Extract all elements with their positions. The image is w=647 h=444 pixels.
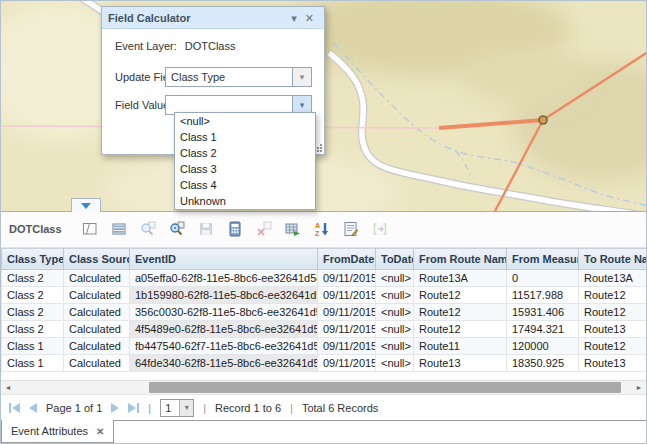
cell-from-route[interactable]: Route12 <box>414 320 507 337</box>
delete-selected-icon[interactable] <box>256 221 273 238</box>
cell-from-route[interactable]: Route12 <box>414 303 507 320</box>
cell-to-route[interactable]: Route13 <box>579 320 647 337</box>
cell-to-date[interactable]: <null> <box>376 269 414 286</box>
cell-from-route[interactable]: Route13A <box>414 269 507 286</box>
table-row[interactable]: Class 2 Calculated a05effa0-62f8-11e5-8b… <box>2 269 647 286</box>
cell-class-source[interactable]: Calculated <box>64 286 130 303</box>
cell-class-source[interactable]: Calculated <box>64 269 130 286</box>
append-records-icon[interactable] <box>285 221 302 238</box>
pan-to-selected-icon[interactable] <box>169 221 186 238</box>
cell-class-type[interactable]: Class 2 <box>2 320 64 337</box>
cell-from-date[interactable]: 09/11/2015 <box>318 303 376 320</box>
cell-to-date[interactable]: <null> <box>376 337 414 354</box>
cell-to-route[interactable]: Route13 <box>579 354 647 371</box>
cell-class-type[interactable]: Class 2 <box>2 303 64 320</box>
previous-page-button[interactable] <box>29 403 37 413</box>
cell-class-source[interactable]: Calculated <box>64 354 130 371</box>
next-page-button[interactable] <box>111 403 119 413</box>
page-select-caret-icon[interactable]: ▾ <box>179 400 193 416</box>
cell-from-measure[interactable]: 11517.988 <box>507 286 579 303</box>
cell-class-type[interactable]: Class 1 <box>2 337 64 354</box>
cell-from-date[interactable]: 09/11/2015 <box>318 320 376 337</box>
cell-class-type[interactable]: Class 2 <box>2 269 64 286</box>
cell-from-measure[interactable]: 18350.925 <box>507 354 579 371</box>
dropdown-option[interactable]: Unknown <box>175 193 315 209</box>
dropdown-option[interactable]: Class 1 <box>175 129 315 145</box>
first-page-button[interactable] <box>9 403 20 413</box>
horizontal-scrollbar[interactable]: ◄ ► <box>1 380 646 395</box>
sort-records-icon[interactable]: AZ <box>314 221 331 238</box>
column-header[interactable]: Class Source <box>64 248 130 269</box>
separator: | <box>290 402 293 414</box>
tab-close-icon[interactable]: ✕ <box>96 426 104 437</box>
column-header[interactable]: FromDate <box>318 248 376 269</box>
table-row[interactable]: Class 2 Calculated 1b159980-62f8-11e5-8b… <box>2 286 647 303</box>
go-to-measure-icon[interactable] <box>372 221 389 238</box>
show-all-records-icon[interactable] <box>111 221 128 238</box>
dropdown-option[interactable]: Class 2 <box>175 145 315 161</box>
cell-to-route[interactable]: Route12 <box>579 286 647 303</box>
tab-event-attributes[interactable]: Event Attributes ✕ <box>1 420 114 443</box>
cell-to-date[interactable]: <null> <box>376 354 414 371</box>
scroll-left-icon[interactable]: ◄ <box>1 381 15 394</box>
column-header[interactable]: Class Type <box>2 248 64 269</box>
cell-from-date[interactable]: 09/11/2015 <box>318 286 376 303</box>
cell-class-type[interactable]: Class 2 <box>2 286 64 303</box>
panel-collapse-tab[interactable] <box>71 198 101 212</box>
column-header[interactable]: EventID <box>130 248 318 269</box>
cell-from-route[interactable]: Route12 <box>414 286 507 303</box>
cell-to-date[interactable]: <null> <box>376 303 414 320</box>
cell-to-route[interactable]: Route12 <box>579 303 647 320</box>
zoom-to-selected-icon[interactable] <box>140 221 157 238</box>
table-row[interactable]: Class 1 Calculated fb447540-62f7-11e5-8b… <box>2 337 647 354</box>
cell-from-measure[interactable]: 17494.321 <box>507 320 579 337</box>
save-edits-icon[interactable] <box>198 221 215 238</box>
cell-from-measure[interactable]: 0 <box>507 269 579 286</box>
page-number-select[interactable]: 1 ▾ <box>160 399 194 417</box>
cell-to-route[interactable]: Route13A <box>579 269 647 286</box>
column-header[interactable]: From Measure <box>507 248 579 269</box>
cell-from-date[interactable]: 09/11/2015 <box>318 269 376 286</box>
cell-class-source[interactable]: Calculated <box>64 320 130 337</box>
table-row[interactable]: Class 2 Calculated 356c0030-62f8-11e5-8b… <box>2 303 647 320</box>
update-field-caret-icon[interactable]: ▾ <box>292 68 311 86</box>
cell-event-id[interactable]: 1b159980-62f8-11e5-8bc6-ee32641d5ec9 <box>130 286 318 303</box>
dialog-titlebar[interactable]: Field Calculator ▾ ✕ <box>102 7 324 29</box>
dropdown-option[interactable]: Class 3 <box>175 161 315 177</box>
last-page-button[interactable] <box>128 403 139 413</box>
cell-event-id[interactable]: fb447540-62f7-11e5-8bc6-ee32641d5ec9 <box>130 337 318 354</box>
cell-class-type[interactable]: Class 1 <box>2 354 64 371</box>
cell-from-route[interactable]: Route11 <box>414 337 507 354</box>
cell-from-date[interactable]: 09/11/2015 <box>318 354 376 371</box>
dropdown-option[interactable]: Class 4 <box>175 177 315 193</box>
cell-to-date[interactable]: <null> <box>376 286 414 303</box>
scroll-right-icon[interactable]: ► <box>632 381 646 394</box>
cell-from-route[interactable]: Route13 <box>414 354 507 371</box>
update-field-combobox[interactable]: Class Type ▾ <box>165 67 312 87</box>
dropdown-option[interactable]: <null> <box>175 113 315 129</box>
field-calculator-icon[interactable] <box>227 221 244 238</box>
column-header[interactable]: ToDate <box>376 248 414 269</box>
cell-event-id[interactable]: 4f5489e0-62f8-11e5-8bc6-ee32641d5ec9 <box>130 320 318 337</box>
page-status-text: Page 1 of 1 <box>46 402 102 414</box>
cell-from-measure[interactable]: 15931.406 <box>507 303 579 320</box>
table-row[interactable]: Class 1 Calculated 64fde340-62f8-11e5-8b… <box>2 354 647 371</box>
table-row[interactable]: Class 2 Calculated 4f5489e0-62f8-11e5-8b… <box>2 320 647 337</box>
svg-text:Z: Z <box>315 230 320 237</box>
minimize-icon[interactable]: ▾ <box>287 8 301 28</box>
cell-class-source[interactable]: Calculated <box>64 337 130 354</box>
cell-from-date[interactable]: 09/11/2015 <box>318 337 376 354</box>
cell-to-route[interactable]: Route12 <box>579 337 647 354</box>
cell-event-id[interactable]: 64fde340-62f8-11e5-8bc6-ee32641d5ec9 <box>130 354 318 371</box>
close-icon[interactable]: ✕ <box>301 8 318 28</box>
cell-event-id[interactable]: a05effa0-62f8-11e5-8bc6-ee32641d5ec9 <box>130 269 318 286</box>
cell-event-id[interactable]: 356c0030-62f8-11e5-8bc6-ee32641d5ec9 <box>130 303 318 320</box>
column-header[interactable]: To Route Name <box>579 248 647 269</box>
attribute-form-icon[interactable] <box>343 221 360 238</box>
column-header[interactable]: From Route Name <box>414 248 507 269</box>
scrollbar-thumb[interactable] <box>149 382 621 393</box>
cell-to-date[interactable]: <null> <box>376 320 414 337</box>
select-tool-icon[interactable] <box>82 221 99 238</box>
cell-class-source[interactable]: Calculated <box>64 303 130 320</box>
cell-from-measure[interactable]: 120000 <box>507 337 579 354</box>
